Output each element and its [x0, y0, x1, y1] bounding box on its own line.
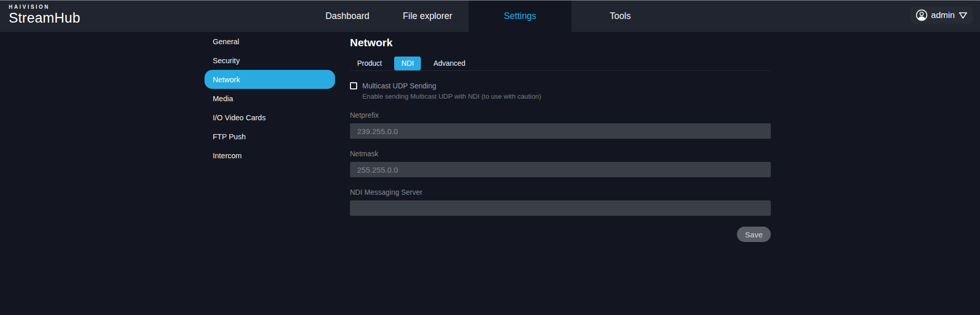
netprefix-label: Netprefix — [350, 111, 771, 119]
page-title: Network — [350, 36, 771, 49]
multicast-hint: Enable sending Multicast UDP with NDI (t… — [362, 92, 771, 100]
sidebar-item-intercom[interactable]: Intercom — [205, 146, 335, 165]
save-button[interactable]: Save — [737, 227, 771, 242]
sidebar-item-general[interactable]: General — [205, 32, 335, 51]
network-settings-panel: Network Product NDI Advanced Multicast U… — [350, 32, 771, 242]
sidebar-item-ftp-push[interactable]: FTP Push — [205, 127, 335, 146]
settings-sidebar: General Security Network Media I/O Video… — [205, 32, 335, 165]
netmask-input[interactable] — [350, 162, 771, 177]
netmask-label: Netmask — [350, 150, 771, 158]
network-tabbar: Product NDI Advanced — [350, 57, 771, 71]
ndi-messaging-server-label: NDI Messaging Server — [350, 188, 771, 196]
sidebar-item-io-video-cards[interactable]: I/O Video Cards — [205, 108, 335, 127]
tab-product[interactable]: Product — [350, 57, 389, 70]
save-row: Save — [350, 227, 771, 242]
sidebar-item-media[interactable]: Media — [205, 89, 335, 108]
nav-item-dashboard[interactable]: Dashboard — [308, 0, 386, 32]
nav-item-settings[interactable]: Settings — [469, 0, 571, 32]
multicast-checkbox[interactable] — [350, 82, 357, 89]
ndi-messaging-server-input[interactable] — [350, 200, 771, 216]
main-nav: Dashboard File explorer Settings Tools — [308, 0, 669, 32]
top-nav-bar: HAIVISION StreamHub Dashboard File explo… — [0, 0, 980, 32]
tab-ndi[interactable]: NDI — [394, 57, 421, 70]
sidebar-item-network[interactable]: Network — [205, 70, 335, 89]
user-name: admin — [931, 10, 955, 21]
chevron-down-icon — [958, 12, 968, 19]
nav-item-tools[interactable]: Tools — [571, 0, 669, 32]
multicast-label[interactable]: Multicast UDP Sending — [362, 82, 436, 90]
tab-advanced[interactable]: Advanced — [426, 57, 472, 70]
multicast-row: Multicast UDP Sending — [350, 82, 771, 90]
nav-item-file-explorer[interactable]: File explorer — [386, 0, 469, 32]
user-menu-button[interactable]: admin — [911, 7, 973, 24]
brand-logo[interactable]: HAIVISION StreamHub — [9, 4, 80, 26]
brand-product: StreamHub — [9, 10, 80, 26]
top-divider — [0, 0, 980, 1]
netprefix-input[interactable] — [350, 123, 771, 139]
sidebar-item-security[interactable]: Security — [205, 51, 335, 70]
user-circle-icon — [916, 9, 928, 21]
brand-company: HAIVISION — [9, 4, 80, 10]
